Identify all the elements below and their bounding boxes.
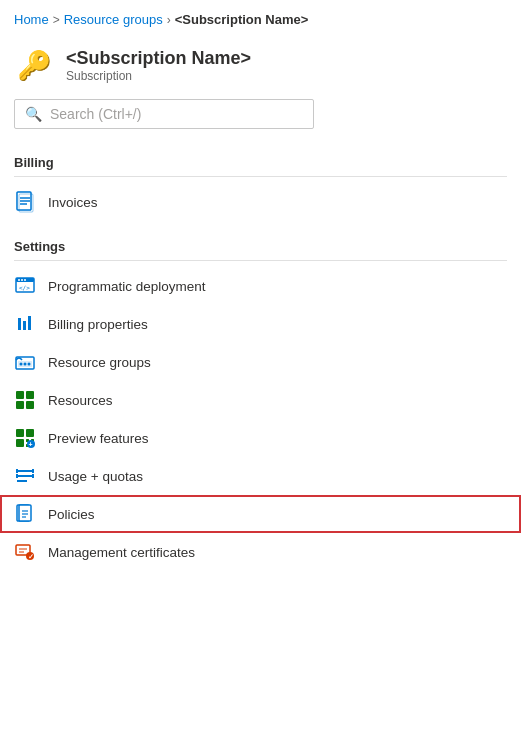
svg-rect-13 [23,321,26,330]
settings-divider [14,260,507,261]
breadcrumb-home[interactable]: Home [14,12,49,27]
resources-icon [14,389,36,411]
svg-text:✓: ✓ [28,553,34,560]
svg-rect-14 [28,316,31,330]
policies-label: Policies [48,507,95,522]
sidebar-item-invoices[interactable]: Invoices [0,183,521,221]
sidebar-item-usage-quotas[interactable]: Usage + quotas [0,457,521,495]
resource-title: <Subscription Name> [66,48,251,69]
svg-text:</>: </> [19,284,30,291]
policies-icon [14,503,36,525]
search-input[interactable]: Search (Ctrl+/) [50,106,141,122]
search-box[interactable]: 🔍 Search (Ctrl+/) [14,99,314,129]
breadcrumb-sep1: > [53,13,60,27]
svg-rect-20 [16,391,24,399]
svg-rect-41 [19,505,31,521]
billing-properties-icon [14,313,36,335]
sidebar-item-policies[interactable]: Policies [0,495,521,533]
sidebar-item-programmatic-deployment[interactable]: </> Programmatic deployment [0,267,521,305]
resource-groups-label: Resource groups [48,355,151,370]
management-certificates-label: Management certificates [48,545,195,560]
usage-quotas-icon [14,465,36,487]
preview-features-icon: + [14,427,36,449]
svg-point-19 [28,363,31,366]
svg-point-9 [21,279,23,281]
sidebar-item-resources[interactable]: Resources [0,381,521,419]
search-icon: 🔍 [25,106,42,122]
svg-rect-21 [26,391,34,399]
usage-quotas-label: Usage + quotas [48,469,143,484]
svg-rect-12 [18,318,21,330]
search-container: 🔍 Search (Ctrl+/) [0,99,521,145]
resource-subtitle: Subscription [66,69,251,83]
svg-text:+: + [29,441,33,448]
invoices-label: Invoices [48,195,98,210]
settings-section-header: Settings [0,229,521,258]
management-certificates-icon: ✓ [14,541,36,563]
breadcrumb: Home > Resource groups › <Subscription N… [0,0,521,37]
billing-properties-label: Billing properties [48,317,148,332]
billing-divider [14,176,507,177]
resources-label: Resources [48,393,113,408]
sidebar-item-management-certificates[interactable]: ✓ Management certificates [0,533,521,571]
breadcrumb-current: <Subscription Name> [175,12,309,27]
resource-icon: 🔑 [14,45,54,85]
svg-rect-25 [26,429,34,437]
breadcrumb-resource-groups[interactable]: Resource groups [64,12,163,27]
svg-point-8 [18,279,20,281]
sidebar-item-preview-features[interactable]: + Preview features [0,419,521,457]
sidebar-item-resource-groups[interactable]: Resource groups [0,343,521,381]
svg-point-17 [20,363,23,366]
resource-info: <Subscription Name> Subscription [66,48,251,83]
svg-rect-24 [16,429,24,437]
sidebar-item-billing-properties[interactable]: Billing properties [0,305,521,343]
svg-rect-23 [26,401,34,409]
preview-features-label: Preview features [48,431,149,446]
billing-section-header: Billing [0,145,521,174]
breadcrumb-sep2: › [167,13,171,27]
svg-rect-26 [16,439,24,447]
resource-groups-icon [14,351,36,373]
programmatic-deployment-icon: </> [14,275,36,297]
svg-point-18 [24,363,27,366]
svg-rect-22 [16,401,24,409]
resource-header: 🔑 <Subscription Name> Subscription [0,37,521,99]
invoices-icon [14,191,36,213]
programmatic-deployment-label: Programmatic deployment [48,279,206,294]
svg-point-10 [24,279,26,281]
